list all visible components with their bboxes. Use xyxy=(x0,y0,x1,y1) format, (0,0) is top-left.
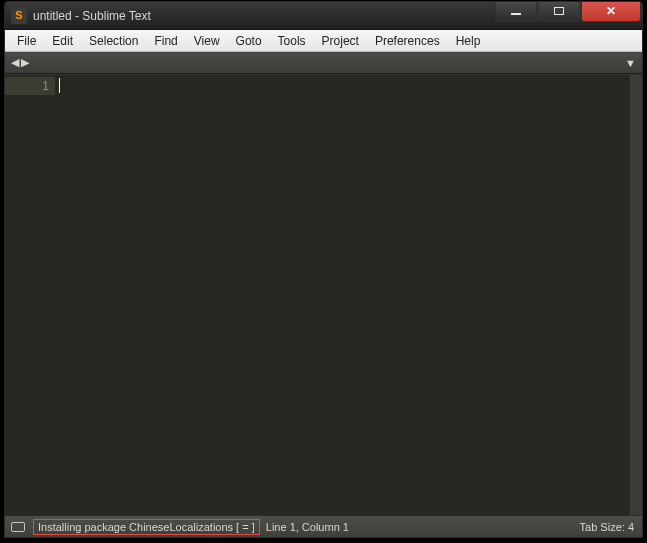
panel-toggle-icon[interactable] xyxy=(11,522,25,532)
window-controls: ✕ xyxy=(494,2,641,22)
minimize-icon xyxy=(511,13,521,15)
text-cursor xyxy=(59,78,60,93)
menu-preferences[interactable]: Preferences xyxy=(367,32,448,50)
line-number: 1 xyxy=(5,77,55,95)
menu-view[interactable]: View xyxy=(186,32,228,50)
menu-help[interactable]: Help xyxy=(448,32,489,50)
window-title: untitled - Sublime Text xyxy=(33,9,494,23)
menu-project[interactable]: Project xyxy=(314,32,367,50)
status-position[interactable]: Line 1, Column 1 xyxy=(266,521,349,533)
close-icon: ✕ xyxy=(606,5,616,17)
menu-selection[interactable]: Selection xyxy=(81,32,146,50)
menu-file[interactable]: File xyxy=(9,32,44,50)
tab-prev-arrow-icon[interactable]: ◀ xyxy=(11,56,19,69)
code-area[interactable] xyxy=(55,75,629,515)
vertical-scrollbar[interactable] xyxy=(629,75,642,515)
editor: 1 xyxy=(5,74,642,515)
close-button[interactable]: ✕ xyxy=(581,2,641,22)
status-message: Installing package ChineseLocalizations … xyxy=(33,519,260,535)
tab-next-arrow-icon[interactable]: ▶ xyxy=(21,56,29,69)
menu-edit[interactable]: Edit xyxy=(44,32,81,50)
maximize-icon xyxy=(554,7,564,15)
app-icon: S xyxy=(11,8,27,24)
maximize-button[interactable] xyxy=(538,2,580,22)
tab-dropdown-icon[interactable]: ▼ xyxy=(625,57,636,69)
menu-find[interactable]: Find xyxy=(146,32,185,50)
status-tab-size[interactable]: Tab Size: 4 xyxy=(580,521,634,533)
minimize-button[interactable] xyxy=(495,2,537,22)
tabstrip: ◀ ▶ ▼ xyxy=(5,52,642,74)
menubar: File Edit Selection Find View Goto Tools… xyxy=(5,30,642,52)
menu-tools[interactable]: Tools xyxy=(270,32,314,50)
menu-goto[interactable]: Goto xyxy=(228,32,270,50)
statusbar: Installing package ChineseLocalizations … xyxy=(5,515,642,537)
window: S untitled - Sublime Text ✕ File Edit Se… xyxy=(4,1,643,538)
titlebar[interactable]: S untitled - Sublime Text ✕ xyxy=(5,2,642,30)
gutter: 1 xyxy=(5,75,55,515)
